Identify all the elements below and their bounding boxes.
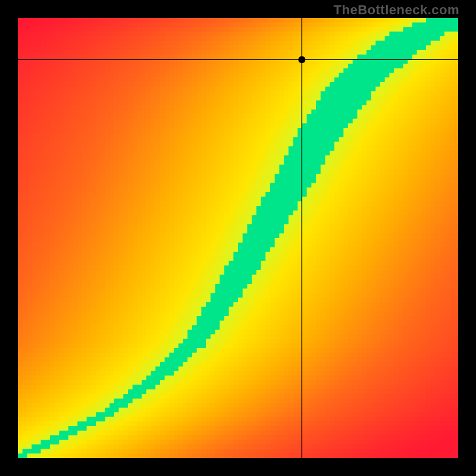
watermark-text: TheBottleneck.com <box>334 2 459 18</box>
chart-container: TheBottleneck.com <box>0 0 476 476</box>
bottleneck-heatmap <box>18 18 458 458</box>
